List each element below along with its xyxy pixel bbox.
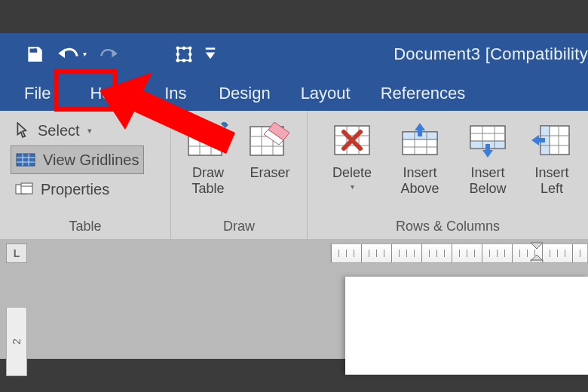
svg-point-8 — [176, 52, 180, 56]
eraser-label: Eraser — [250, 165, 289, 181]
document-page[interactable] — [345, 277, 588, 375]
delete-button[interactable]: Delete ▾ — [318, 115, 386, 191]
svg-rect-46 — [485, 144, 490, 152]
customize-icon — [204, 47, 216, 62]
svg-rect-40 — [418, 129, 422, 136]
touch-mode-button[interactable] — [169, 38, 199, 70]
undo-button[interactable]: ▾ — [50, 38, 93, 70]
tab-insert[interactable]: Ins — [149, 84, 204, 111]
redo-button[interactable] — [93, 38, 124, 70]
document-title: Document3 [Compatibility — [394, 33, 588, 75]
ribbon-tabs: File Home Ins Design Layout References — [0, 75, 588, 111]
ruler-tab-selector[interactable]: L — [6, 243, 27, 263]
draw-table-label: Draw Table — [179, 165, 237, 196]
draw-table-button[interactable]: Draw Table — [177, 115, 239, 196]
insert-left-label: Insert Left — [523, 165, 580, 196]
object-select-icon — [173, 44, 194, 65]
delete-label: Delete — [332, 165, 372, 181]
svg-point-9 — [188, 52, 192, 56]
select-button[interactable]: Select ▾ — [11, 117, 96, 144]
group-table: Select ▾ View Gridlines Properties Table — [0, 111, 171, 239]
vertical-ruler-label: 2 — [11, 338, 23, 345]
group-label-table: Table — [0, 216, 170, 239]
svg-rect-53 — [531, 260, 543, 262]
svg-rect-11 — [17, 154, 35, 166]
horizontal-ruler[interactable] — [330, 243, 588, 263]
svg-rect-0 — [34, 48, 36, 51]
eraser-button[interactable]: Eraser — [239, 115, 301, 181]
svg-point-6 — [182, 46, 186, 50]
draw-table-icon — [187, 122, 229, 158]
insert-below-label: Insert Below — [455, 165, 520, 196]
svg-rect-1 — [178, 47, 190, 60]
group-label-rows-columns: Rows & Columns — [308, 216, 588, 239]
insert-below-button[interactable]: Insert Below — [454, 115, 522, 196]
insert-above-button[interactable]: Insert Above — [386, 115, 454, 196]
gridlines-icon — [16, 152, 35, 167]
dropdown-caret-icon: ▾ — [87, 126, 92, 136]
svg-point-4 — [176, 58, 180, 62]
vertical-ruler[interactable]: 2 — [6, 307, 27, 376]
insert-below-icon — [467, 123, 508, 158]
svg-rect-17 — [21, 183, 32, 194]
insert-above-icon — [400, 123, 440, 158]
svg-point-3 — [188, 46, 192, 50]
cursor-icon — [15, 122, 30, 139]
document-area: L 2 — [0, 239, 588, 359]
ribbon: Select ▾ View Gridlines Properties Table — [0, 111, 588, 240]
svg-rect-10 — [206, 47, 216, 50]
properties-icon — [15, 182, 33, 197]
insert-left-icon — [531, 123, 572, 158]
dropdown-caret-icon: ▾ — [83, 50, 87, 58]
title-bar: ▾ Document3 [Compatibility — [0, 33, 588, 75]
gridlines-label: View Gridlines — [43, 152, 139, 169]
svg-point-7 — [182, 58, 186, 62]
svg-point-5 — [188, 58, 192, 62]
tab-references[interactable]: References — [366, 84, 481, 111]
properties-label: Properties — [41, 181, 109, 198]
tab-file[interactable]: File — [0, 84, 75, 111]
group-label-draw: Draw — [171, 216, 307, 239]
group-draw: Draw Table Eraser Draw — [171, 111, 308, 239]
svg-point-2 — [176, 46, 180, 50]
save-icon — [25, 44, 44, 64]
quick-access-toolbar: ▾ — [0, 33, 222, 75]
properties-button[interactable]: Properties — [11, 176, 114, 203]
svg-rect-52 — [537, 138, 545, 142]
select-label: Select — [38, 122, 80, 139]
tab-home[interactable]: Home — [75, 84, 149, 111]
eraser-icon — [249, 122, 291, 158]
undo-icon — [57, 44, 80, 64]
insert-above-label: Insert Above — [387, 165, 452, 196]
save-button[interactable] — [20, 38, 50, 70]
redo-icon — [99, 45, 118, 63]
delete-icon — [332, 123, 372, 158]
customize-qat-button[interactable] — [199, 38, 222, 70]
word-window: ▾ Document3 [Compatibility File Home Ins… — [0, 33, 588, 359]
view-gridlines-button[interactable]: View Gridlines — [11, 145, 144, 174]
group-rows-columns: Delete ▾ Insert Above Insert Below — [308, 111, 588, 239]
tab-layout[interactable]: Layout — [286, 84, 366, 111]
dropdown-caret-icon: ▾ — [351, 182, 354, 191]
tab-design[interactable]: Design — [204, 84, 285, 111]
insert-left-button[interactable]: Insert Left — [522, 115, 582, 196]
